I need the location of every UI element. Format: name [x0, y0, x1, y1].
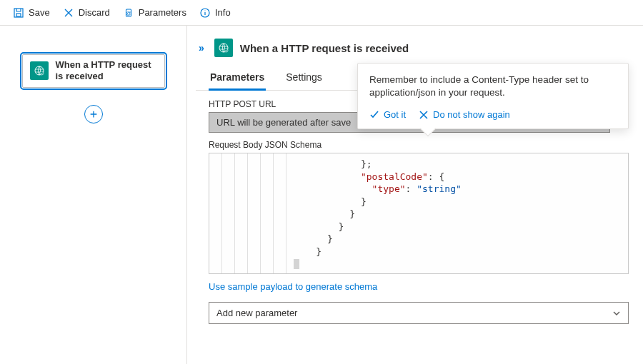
svg-point-6: [204, 10, 205, 11]
svg-rect-1: [16, 14, 21, 16]
info-icon: [199, 7, 211, 19]
dont-show-again-button[interactable]: Do not show again: [419, 109, 510, 120]
parameters-button[interactable]: @ Parameters: [119, 4, 191, 21]
panel-title: When a HTTP request is received: [240, 42, 409, 54]
trigger-card[interactable]: When a HTTP request is received: [22, 54, 165, 88]
discard-label: Discard: [79, 7, 110, 18]
trigger-card-label: When a HTTP request is received: [56, 59, 157, 83]
designer-canvas: When a HTTP request is received: [0, 26, 187, 364]
info-label: Info: [215, 7, 231, 18]
got-it-button[interactable]: Got it: [369, 109, 406, 120]
plus-icon: [89, 109, 99, 119]
top-toolbar: Save Discard @ Parameters Info: [0, 0, 643, 26]
callout-text: Remember to include a Content-Type heade…: [369, 74, 617, 99]
save-label: Save: [29, 7, 50, 18]
add-parameter-dropdown[interactable]: Add new parameter: [209, 302, 629, 324]
schema-field-label: Request Body JSON Schema: [209, 140, 629, 150]
chevron-down-icon: [612, 309, 621, 318]
callout-beak: [420, 121, 437, 137]
close-icon: [63, 7, 74, 19]
details-panel: » When a HTTP request is received Parame…: [187, 26, 643, 364]
check-icon: [369, 110, 379, 120]
http-trigger-icon: [214, 39, 233, 57]
schema-editor[interactable]: }; "postalCode": { "type": "string" } } …: [209, 153, 629, 274]
tab-parameters[interactable]: Parameters: [209, 67, 266, 91]
http-trigger-icon: [30, 61, 49, 80]
info-button[interactable]: Info: [195, 4, 235, 21]
got-it-label: Got it: [384, 109, 406, 120]
save-icon: [13, 7, 24, 19]
dont-show-label: Do not show again: [433, 109, 510, 120]
discard-button[interactable]: Discard: [59, 4, 114, 21]
hint-callout: Remember to include a Content-Type heade…: [357, 63, 629, 129]
add-parameter-label: Add new parameter: [216, 308, 297, 318]
svg-rect-0: [14, 9, 23, 17]
sample-payload-link[interactable]: Use sample payload to generate schema: [209, 281, 377, 292]
parameters-icon: @: [123, 7, 134, 19]
tab-settings[interactable]: Settings: [284, 67, 324, 90]
save-button[interactable]: Save: [9, 4, 54, 21]
svg-text:@: @: [126, 10, 131, 16]
add-step-button[interactable]: [84, 105, 103, 123]
parameters-label: Parameters: [139, 7, 186, 18]
collapse-panel-button[interactable]: »: [196, 42, 207, 54]
main-area: When a HTTP request is received » When a…: [0, 26, 643, 364]
close-icon: [419, 110, 429, 120]
